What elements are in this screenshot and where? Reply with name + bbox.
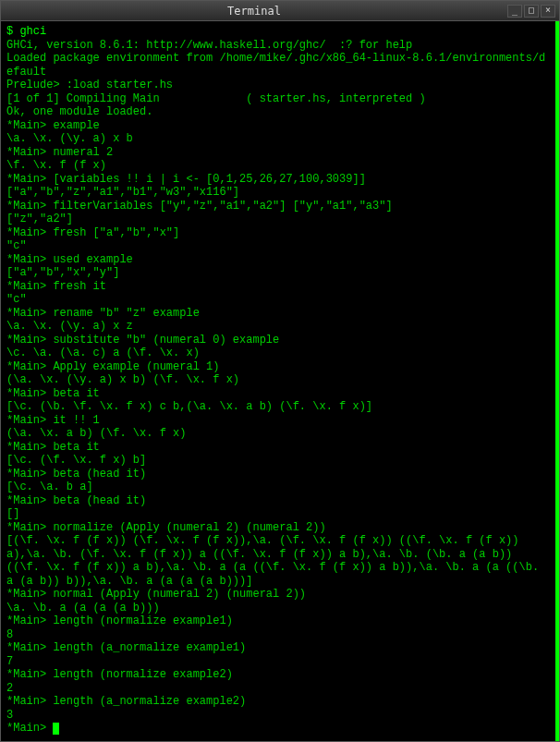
- terminal-line: *Main> length (normalize example1): [6, 614, 550, 628]
- terminal-line: [(\f. \x. f (f x)) (\f. \x. f (f x)),\a.…: [6, 534, 550, 588]
- terminal-line: *Main> beta (head it): [6, 468, 550, 481]
- terminal-window: Terminal _ □ × $ ghciGHCi, version 8.6.1…: [0, 0, 560, 742]
- terminal-line: \f. \x. f (f x): [6, 159, 550, 173]
- close-button[interactable]: ×: [541, 5, 555, 18]
- terminal-line: \a. \b. a (a (a (a b))): [6, 602, 550, 615]
- terminal-line: [\c. \a. b a]: [6, 480, 550, 494]
- cursor: [53, 723, 59, 735]
- terminal-line: ["a","b","z","a1","b1","w3","x116"]: [6, 186, 550, 200]
- terminal-line: $ ghci: [6, 25, 550, 39]
- terminal-line: *Main> Apply example (numeral 1): [6, 360, 550, 374]
- terminal-line: [\c. (\b. \f. \x. f x) c b,(\a. \x. a b)…: [6, 400, 550, 414]
- terminal-line: *Main> example: [6, 119, 550, 133]
- terminal-line: []: [6, 507, 550, 521]
- terminal-line: \a. \x. (\y. a) x z: [6, 320, 550, 334]
- terminal-line: (\a. \x. (\y. a) x b) (\f. \x. f x): [6, 373, 550, 387]
- terminal-line: *Main> fresh it: [6, 280, 550, 294]
- terminal-line: *Main> fresh ["a","b","x"]: [6, 226, 550, 240]
- terminal-line: *Main> beta (head it): [6, 494, 550, 508]
- window-controls: _ □ ×: [507, 5, 559, 18]
- window-title: Terminal: [1, 5, 507, 18]
- terminal-line: [\c. (\f. \x. f x) b]: [6, 454, 550, 468]
- terminal-line: 7: [6, 655, 550, 669]
- terminal-line: *Main> normalize (Apply (numeral 2) (num…: [6, 521, 550, 535]
- terminal-line: "c": [6, 293, 550, 307]
- terminal-line: *Main> normal (Apply (numeral 2) (numera…: [6, 588, 550, 602]
- terminal-line: *Main> used example: [6, 253, 550, 267]
- terminal-line: *Main> rename "b" "z" example: [6, 307, 550, 321]
- maximize-button[interactable]: □: [524, 5, 539, 18]
- terminal-line: *Main> numeral 2: [6, 146, 550, 160]
- titlebar[interactable]: Terminal _ □ ×: [1, 1, 559, 21]
- terminal-line: *Main> length (normalize example2): [6, 668, 550, 682]
- terminal-line: *Main> substitute "b" (numeral 0) exampl…: [6, 334, 550, 347]
- terminal-line: ["z","a2"]: [6, 213, 550, 226]
- terminal-line: 3: [6, 709, 550, 723]
- terminal-line: 2: [6, 682, 550, 696]
- terminal-line: *Main> length (a_normalize example1): [6, 641, 550, 655]
- minimize-button[interactable]: _: [507, 5, 522, 18]
- terminal-line: GHCi, version 8.6.1: http://www.haskell.…: [6, 39, 550, 53]
- terminal-line: 8: [6, 628, 550, 642]
- terminal-output[interactable]: $ ghciGHCi, version 8.6.1: http://www.ha…: [1, 21, 559, 741]
- terminal-line: *Main> beta it: [6, 387, 550, 401]
- terminal-line: Loaded package environment from /home/mi…: [6, 52, 550, 79]
- terminal-line: *Main> filterVariables ["y","z","a1","a2…: [6, 200, 550, 213]
- terminal-line: *Main>: [6, 722, 550, 736]
- terminal-line: ["a","b","x","y"]: [6, 266, 550, 280]
- terminal-line: [1 of 1] Compiling Main ( starter.hs, in…: [6, 92, 550, 106]
- terminal-line: *Main> [variables !! i | i <- [0,1,25,26…: [6, 173, 550, 187]
- terminal-line: *Main> beta it: [6, 441, 550, 455]
- terminal-line: "c": [6, 239, 550, 253]
- terminal-line: *Main> length (a_normalize example2): [6, 695, 550, 709]
- terminal-line: \a. \x. (\y. a) x b: [6, 132, 550, 146]
- terminal-line: *Main> it !! 1: [6, 414, 550, 428]
- terminal-line: \c. \a. (\a. c) a (\f. \x. x): [6, 347, 550, 360]
- terminal-line: Prelude> :load starter.hs: [6, 79, 550, 92]
- terminal-line: (\a. \x. a b) (\f. \x. f x): [6, 427, 550, 441]
- terminal-line: Ok, one module loaded.: [6, 105, 550, 119]
